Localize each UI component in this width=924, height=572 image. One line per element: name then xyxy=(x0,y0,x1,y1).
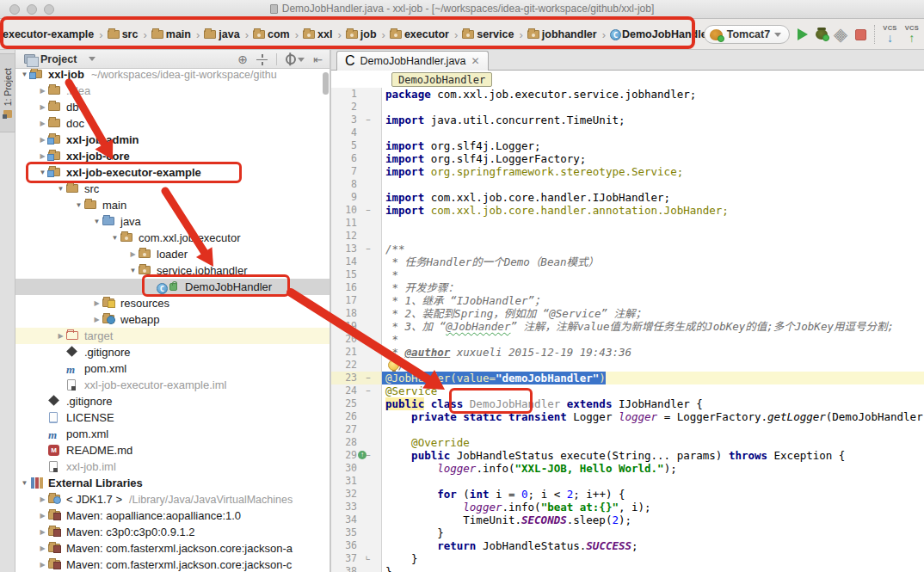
code-line-38[interactable]: 38} xyxy=(331,565,924,572)
breadcrumb-item-job[interactable]: job xyxy=(346,28,378,40)
fold-marker-icon[interactable]: ∟ xyxy=(357,552,379,565)
expand-arrow-icon[interactable]: ▶ xyxy=(127,250,139,258)
tree-item-webapp[interactable]: ▶webapp xyxy=(15,311,330,328)
code-line-17[interactable]: 17 * 1、继承 “IJobHandler”； xyxy=(331,294,924,307)
coverage-button[interactable]: ▦ xyxy=(833,26,851,44)
tree-item-target[interactable]: ▶target xyxy=(15,328,330,344)
breadcrumb-item-jobhandler[interactable]: jobhandler xyxy=(527,28,598,40)
collapse-arrow-icon[interactable]: ▼ xyxy=(109,234,120,242)
code-line-15[interactable]: 15 * xyxy=(331,268,924,281)
editor-tab-demojobhandler[interactable]: C DemoJobHandler.java ✕ xyxy=(336,51,489,71)
tree-item-resources[interactable]: ▶resources xyxy=(15,295,330,311)
expand-arrow-icon[interactable]: ▶ xyxy=(37,103,48,111)
collapse-arrow-icon[interactable]: ▼ xyxy=(73,201,84,209)
code-line-3[interactable]: 3−import java.util.concurrent.TimeUnit; xyxy=(331,114,924,126)
tree-item-com.xxl.job.executor[interactable]: ▼com.xxl.job.executor xyxy=(15,230,330,246)
code-line-28[interactable]: 28 @Override xyxy=(331,436,924,449)
collapse-arrow-icon[interactable]: ▼ xyxy=(91,218,102,225)
breadcrumb-item-java[interactable]: java xyxy=(204,28,240,40)
code-line-26[interactable]: 26 private static transient Logger logge… xyxy=(331,410,924,423)
code-line-4[interactable]: 4 xyxy=(331,126,924,139)
breadcrumb-item-xxl[interactable]: xxl xyxy=(303,28,333,40)
code-line-35[interactable]: 35 } xyxy=(331,526,924,539)
code-line-2[interactable]: 2 xyxy=(331,101,924,114)
intention-bulb-icon[interactable] xyxy=(388,360,399,371)
tree-item-xxl-job-admin[interactable]: ▶xxl-job-admin xyxy=(15,132,330,148)
code-line-19[interactable]: 19 * 3、加 “@JobHander” 注解，注解value值为新增任务生成… xyxy=(331,320,924,333)
code-line-23[interactable]: 23−@JobHander(value="demoJobHandler") xyxy=(331,372,924,384)
tree-item-.idea[interactable]: ▶.idea xyxy=(15,83,330,99)
breadcrumb-item-main[interactable]: main xyxy=(151,28,192,40)
class-breadcrumb-chip[interactable]: DemoJobHandler xyxy=(391,72,492,87)
code-line-27[interactable]: 27 xyxy=(331,423,924,436)
code-line-13[interactable]: 13−/** xyxy=(331,243,924,255)
code-line-33[interactable]: 33 logger.info("beat at:{}", i); xyxy=(331,501,924,514)
code-line-20[interactable]: 20 * xyxy=(331,333,924,346)
tree-item-xxl-job[interactable]: ▼xxl-job~/workspaces/idea-git-workspace/… xyxy=(15,69,330,83)
collapse-arrow-icon[interactable]: ▼ xyxy=(19,479,30,487)
vcs-commit-button[interactable]: VCS ↑ xyxy=(905,25,919,44)
tree-item-.gitignore[interactable]: .gitignore xyxy=(15,393,330,409)
breadcrumb-item-executor-example[interactable]: executor-example xyxy=(2,28,95,40)
breadcrumb-item-executor[interactable]: executor xyxy=(390,28,450,40)
code-line-10[interactable]: 10−import com.xxl.job.core.handler.annot… xyxy=(331,204,924,217)
tree-item--JDK1.7-[interactable]: ▶< JDK1.7 >/Library/Java/JavaVirtualMach… xyxy=(15,491,330,507)
code-line-21[interactable]: 21 * @author xuxueli 2015-12-19 19:43:36 xyxy=(331,346,924,359)
code-line-1[interactable]: 1package com.xxl.job.executor.service.jo… xyxy=(331,88,924,101)
breadcrumb-item-src[interactable]: src xyxy=(108,28,139,40)
code-line-31[interactable]: 31 xyxy=(331,475,924,488)
collapse-all-button[interactable] xyxy=(256,54,268,65)
code-line-18[interactable]: 18 * 2、装配到Spring，例如加 “@Service” 注解； xyxy=(331,307,924,320)
tree-item-doc[interactable]: ▶doc xyxy=(15,115,330,132)
tree-item-main[interactable]: ▼main xyxy=(15,197,330,213)
tree-item-xxl-job-core[interactable]: ▶xxl-job-core xyxy=(15,148,330,164)
code-line-29[interactable]: 29−↑ public JobHandleStatus execute(Stri… xyxy=(331,449,924,462)
code-line-12[interactable]: 12 xyxy=(331,230,924,243)
tree-item-service.jobhandler[interactable]: ▼service.jobhandler xyxy=(15,262,330,279)
tree-item-Maven-com.fasterxml.jackson.core-jackson-c[interactable]: ▶Maven: com.fasterxml.jackson.core:jacks… xyxy=(15,557,330,572)
expand-arrow-icon[interactable]: ▶ xyxy=(37,561,48,569)
collapse-arrow-icon[interactable]: ▼ xyxy=(55,185,66,193)
project-view-select[interactable]: Project xyxy=(24,53,95,65)
project-tool-window-tab[interactable]: 1: Project xyxy=(0,53,15,132)
stop-button[interactable] xyxy=(855,29,866,40)
code-line-5[interactable]: 5import org.slf4j.Logger; xyxy=(331,139,924,152)
expand-arrow-icon[interactable]: ▶ xyxy=(37,495,48,503)
code-line-7[interactable]: 7import org.springframework.stereotype.S… xyxy=(331,165,924,178)
fold-marker-icon[interactable]: − xyxy=(357,243,379,255)
code-line-8[interactable]: 8 xyxy=(331,178,924,191)
tree-item-xxl-job.iml[interactable]: xxl-job.iml xyxy=(15,458,330,475)
code-line-30[interactable]: 30 logger.info("XXL-JOB, Hello World."); xyxy=(331,462,924,475)
vcs-update-button[interactable]: VCS ↓ xyxy=(883,25,896,44)
fold-marker-icon[interactable]: − xyxy=(357,204,379,217)
tree-item-loader[interactable]: ▶loader xyxy=(15,246,330,262)
breadcrumb-item-DemoJobHandler[interactable]: CDemoJobHandler xyxy=(610,28,712,40)
overriding-method-icon[interactable]: ↑ xyxy=(358,451,367,459)
expand-arrow-icon[interactable]: ▶ xyxy=(37,120,48,127)
fold-marker-icon[interactable]: −↑ xyxy=(357,449,379,462)
expand-arrow-icon[interactable]: ▶ xyxy=(91,316,102,323)
expand-arrow-icon[interactable]: ▶ xyxy=(37,512,48,520)
tree-item-.gitignore[interactable]: .gitignore xyxy=(15,344,330,360)
tree-item-src[interactable]: ▼src xyxy=(15,181,330,197)
fold-marker-icon[interactable]: − xyxy=(357,384,379,397)
tree-item-db[interactable]: ▶db xyxy=(15,99,330,115)
tree-item-xxl-job-executor-example.iml[interactable]: xxl-job-executor-example.iml xyxy=(15,377,330,393)
settings-gear-button[interactable] xyxy=(286,54,305,65)
tree-item-README.md[interactable]: MREADME.md xyxy=(15,442,330,458)
tree-item-Maven-c3p0-c3p0-0.9.1.2[interactable]: ▶Maven: c3p0:c3p0:0.9.1.2 xyxy=(15,524,330,540)
tree-item-Maven-com.fasterxml.jackson.core-jackson-a[interactable]: ▶Maven: com.fasterxml.jackson.core:jacks… xyxy=(15,540,330,557)
collapse-arrow-icon[interactable]: ▼ xyxy=(127,267,139,274)
breadcrumb-item-com[interactable]: com xyxy=(253,28,291,40)
tree-item-java[interactable]: ▼java xyxy=(15,213,330,230)
code-line-37[interactable]: 37∟ } xyxy=(331,552,924,565)
expand-arrow-icon[interactable]: ▶ xyxy=(37,87,48,95)
code-line-14[interactable]: 14 * 任务Handler的一个Demo（Bean模式） xyxy=(331,255,924,268)
code-line-11[interactable]: 11 xyxy=(331,217,924,230)
tree-item-pom.xml[interactable]: mpom.xml xyxy=(15,360,330,377)
code-line-32[interactable]: 32 for (int i = 0; i < 2; i++) { xyxy=(331,488,924,501)
hide-panel-button[interactable]: ⇤ xyxy=(313,54,323,65)
fold-marker-icon[interactable]: − xyxy=(357,372,379,384)
code-line-25[interactable]: 25public class DemoJobHandler extends IJ… xyxy=(331,397,924,410)
expand-arrow-icon[interactable]: ▶ xyxy=(55,332,66,340)
